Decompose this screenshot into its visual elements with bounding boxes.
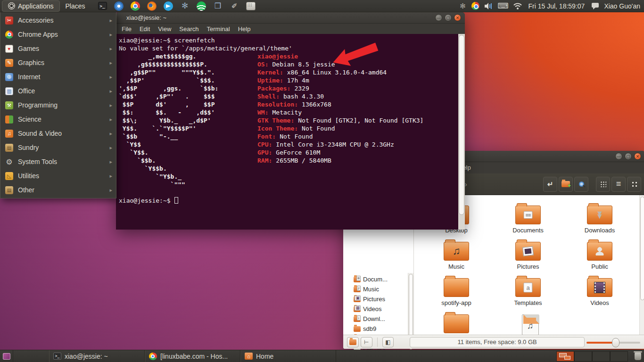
places-menu-button[interactable]: Places (60, 0, 91, 12)
virtualbox-launcher-icon[interactable] (213, 1, 223, 11)
fm-toolbar-button[interactable] (543, 177, 557, 192)
terminal-menu-item[interactable]: Help (238, 25, 251, 33)
terminal-menu-item[interactable]: Edit (140, 25, 150, 33)
applications-menu-item[interactable]: System Tools (0, 155, 116, 169)
chrome-launcher-icon[interactable] (131, 1, 140, 11)
terminal-menu-item[interactable]: Search (179, 25, 198, 33)
fm-view-button[interactable] (627, 177, 641, 192)
taskbar-window-button[interactable]: Home (240, 350, 336, 362)
fm-close-button[interactable]: ✕ (634, 153, 641, 160)
fm-view-button[interactable] (596, 177, 610, 192)
fm-toolbar-button[interactable] (559, 177, 573, 192)
panel-clock[interactable]: Fri 15 Jul, 18:59:07 (528, 2, 585, 10)
sidebar-tree-button[interactable]: ⊢ (361, 337, 372, 347)
session-user-menu[interactable]: Xiao Guo'an (604, 2, 640, 10)
applications-menu-item[interactable]: Programming (0, 98, 116, 112)
taskbar-window-button[interactable]: xiao@jessie: ~ (49, 350, 145, 362)
spotify-launcher-icon[interactable] (197, 1, 206, 11)
applications-menu-item[interactable]: Utilities (0, 169, 116, 183)
file-item[interactable]: spotify-app (421, 275, 492, 312)
drawer-launcher-icon[interactable] (246, 1, 256, 11)
keyboard-layout-icon[interactable] (497, 1, 508, 10)
show-desktop-button[interactable] (0, 350, 13, 362)
taskbar-window-button[interactable]: [linuxbabe.com - Hos... (145, 350, 240, 362)
sidebar-scrollbar[interactable] (408, 273, 413, 335)
workspace-cell[interactable] (610, 351, 628, 362)
sidebar-item-label: Pictures (363, 296, 385, 303)
sidebar-item-icon (354, 326, 361, 332)
workspace-cell[interactable] (556, 351, 574, 362)
sidebar-item[interactable]: Docum... (343, 274, 413, 284)
file-icon (444, 278, 469, 297)
top-panel: Applications Places Fri 15 Jul, 18:59:07… (0, 0, 644, 12)
category-label: Sundry (18, 144, 39, 151)
file-item[interactable]: Public (564, 239, 636, 275)
file-item[interactable]: Documents (492, 203, 564, 239)
applications-menu-item[interactable]: Sound & Video (0, 126, 116, 140)
terminal-scrollbar[interactable] (458, 34, 465, 230)
telegram-launcher-icon[interactable] (164, 1, 173, 11)
file-item[interactable]: Templates (492, 275, 564, 312)
applications-menu-item[interactable]: Sundry (0, 140, 116, 155)
forward-chevron-icon[interactable]: › (465, 181, 467, 188)
applications-menu-item[interactable]: Other (0, 183, 116, 197)
category-label: Games (18, 45, 39, 52)
terminal-titlebar[interactable]: xiao@jessie: ~ — ▢ ✕ (116, 12, 465, 24)
terminal-minimize-button[interactable]: — (435, 14, 442, 21)
places-icon (349, 339, 356, 345)
category-label: Utilities (18, 172, 39, 180)
gimp-launcher-icon[interactable] (230, 1, 239, 11)
file-item[interactable] (492, 312, 564, 335)
screenfetch-info-line: RAM:2655MB / 5840MB (257, 156, 423, 165)
messaging-icon[interactable] (591, 2, 599, 9)
fm-toolbar-button[interactable] (574, 177, 588, 192)
applications-menu-item[interactable]: Chrome Apps (0, 27, 116, 41)
terminal-content[interactable]: xiao@jessie:~$ screenfetchNo value set f… (116, 34, 465, 230)
terminal-menu-item[interactable]: File (122, 25, 132, 33)
terminal-close-button[interactable]: ✕ (454, 14, 461, 21)
sidebar-item[interactable]: Music (343, 284, 413, 294)
file-item[interactable] (421, 312, 492, 335)
hide-sidebar-button[interactable]: ◧ (382, 337, 394, 347)
applications-menu-item[interactable]: Games (0, 41, 116, 56)
sidebar-item[interactable]: Downl... (343, 314, 413, 324)
chrome-tray-icon[interactable] (471, 2, 479, 10)
file-label: Downloads (585, 227, 615, 234)
applications-menu-item[interactable]: Office (0, 84, 116, 98)
sidebar-places-button[interactable] (347, 337, 359, 347)
terminal-maximize-button[interactable]: ▢ (445, 14, 452, 21)
zoom-slider-knob[interactable] (612, 338, 619, 347)
firefox-launcher-icon[interactable] (147, 1, 157, 11)
applications-menu-item[interactable]: Internet (0, 70, 116, 84)
workspace-cell[interactable] (592, 351, 610, 362)
terminal-launcher-icon[interactable] (98, 1, 107, 11)
terminal-menu-item[interactable]: View (158, 25, 171, 33)
workspace-switcher (556, 351, 628, 362)
file-item[interactable]: Downloads (564, 203, 636, 239)
sidebar-item[interactable]: Videos (343, 304, 413, 314)
chromium-launcher-icon[interactable] (114, 1, 124, 11)
terminal-output-line: xiao@jessie:~$ screenfetch (119, 36, 465, 44)
workspace-cell[interactable] (574, 351, 592, 362)
applications-menu-button[interactable]: Applications (2, 0, 60, 12)
file-item[interactable]: Videos (564, 275, 636, 312)
applications-menu-item[interactable]: Accessories (0, 13, 116, 27)
fm-view-button[interactable] (611, 177, 626, 192)
shutter-tray-icon[interactable] (458, 2, 467, 10)
wifi-icon[interactable] (513, 3, 522, 9)
sidebar-item[interactable]: Pictures (343, 294, 413, 304)
volume-icon[interactable] (484, 2, 493, 10)
file-item[interactable]: Music (421, 239, 492, 275)
applications-menu-item[interactable]: Science (0, 112, 116, 126)
trash-applet-icon[interactable] (635, 353, 641, 360)
fm-minimize-button[interactable]: — (615, 153, 622, 160)
fm-scrollbar[interactable] (639, 195, 644, 335)
applications-menu-item[interactable]: Graphics (0, 56, 116, 70)
file-item[interactable]: Pictures (492, 239, 564, 275)
file-icon (515, 242, 541, 261)
terminal-menu-item[interactable]: Terminal (207, 25, 230, 33)
shutter-launcher-icon[interactable] (180, 1, 190, 11)
fm-maximize-button[interactable]: ▢ (625, 153, 632, 160)
zoom-slider[interactable] (586, 337, 640, 347)
sidebar-item[interactable]: sdb9 (343, 324, 413, 334)
